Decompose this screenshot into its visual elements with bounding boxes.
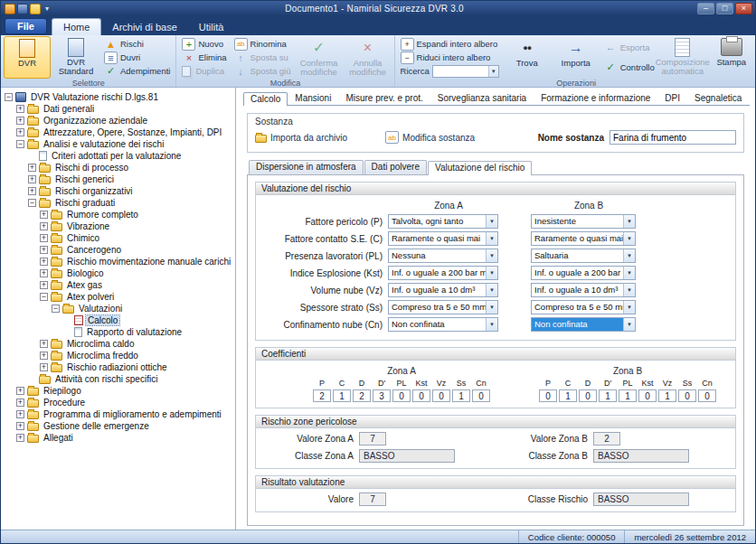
tree-item-28[interactable]: Gestione delle emergenze	[3, 420, 235, 432]
tree-item-20[interactable]: Rapporto di valutazione	[3, 326, 235, 338]
content-tab-2[interactable]: Misure prev. e prot.	[338, 91, 430, 105]
sposta-su-button[interactable]: Sposta su	[232, 51, 294, 64]
tree-item-18[interactable]: Valutazioni	[3, 303, 235, 314]
combo-zona-a-4[interactable]: Inf. o uguale a 10 dm³	[388, 283, 498, 297]
tree-toggle-icon[interactable]	[52, 305, 60, 313]
tree-toggle-icon[interactable]	[28, 187, 36, 195]
tree-toggle-icon[interactable]	[40, 258, 48, 266]
combo-zona-a-0[interactable]: Talvolta, ogni tanto	[388, 214, 498, 229]
tree-toggle-icon[interactable]	[40, 234, 48, 242]
tree-item-6[interactable]: Rischi di processo	[3, 162, 235, 174]
search-input[interactable]	[433, 66, 488, 77]
controllo-button[interactable]: Controllo	[601, 61, 657, 74]
tree-toggle-icon[interactable]	[40, 269, 48, 277]
combo-dropdown-icon[interactable]	[623, 267, 635, 279]
tree-toggle-icon[interactable]	[40, 363, 48, 371]
combo-zona-a-1[interactable]: Raramente o quasi mai	[388, 231, 498, 246]
tree-toggle-icon[interactable]	[16, 117, 24, 125]
tree-item-8[interactable]: Rischi organizzativi	[3, 185, 235, 197]
tree-toggle-icon[interactable]	[16, 422, 24, 430]
tree-toggle-icon[interactable]	[16, 399, 24, 407]
nome-sostanza-input[interactable]	[610, 130, 736, 145]
quick-access-dropdown-icon[interactable]: ▾	[43, 5, 52, 13]
tree-item-26[interactable]: Procedure	[3, 397, 235, 408]
content-tab-5[interactable]: DPI	[657, 91, 687, 105]
tree-item-29[interactable]: Allegati	[3, 432, 235, 444]
espandi-albero-button[interactable]: Espandi intero albero	[398, 37, 502, 51]
tree-item-22[interactable]: Microclima freddo	[3, 350, 235, 361]
subtab-2[interactable]: Valutazione del rischio	[428, 161, 532, 175]
tree-toggle-icon[interactable]	[40, 352, 48, 360]
duplica-button[interactable]: Duplica	[179, 64, 229, 78]
tree-toggle-icon[interactable]	[16, 128, 24, 136]
combo-dropdown-icon[interactable]	[623, 249, 635, 262]
tree-toggle-icon[interactable]	[16, 410, 24, 418]
save-icon[interactable]	[17, 4, 28, 14]
combo-dropdown-icon[interactable]	[623, 215, 635, 228]
combo-dropdown-icon[interactable]	[486, 318, 497, 331]
tree-toggle-icon[interactable]	[28, 164, 36, 172]
tree-toggle-icon[interactable]	[16, 105, 24, 113]
conferma-modifiche-button[interactable]: Conferma modifiche	[296, 36, 343, 79]
subtab-1[interactable]: Dati polvere	[364, 160, 427, 174]
modifica-sostanza-button[interactable]: Modifica sostanza	[385, 131, 475, 144]
tree-toggle-icon[interactable]	[40, 246, 48, 254]
combo-zona-a-3[interactable]: Inf. o uguale a 200 bar m/s	[388, 266, 498, 280]
sposta-giu-button[interactable]: Sposta giù	[232, 64, 294, 78]
tree-item-16[interactable]: Atex gas	[3, 279, 235, 291]
tree-item-4[interactable]: Analisi e valutazione dei rischi	[3, 138, 235, 150]
combo-zona-b-1[interactable]: Raramente o quasi mai	[531, 231, 636, 246]
tree-item-10[interactable]: Rumore completo	[3, 209, 235, 220]
tree-toggle-icon[interactable]	[16, 140, 24, 148]
content-tab-3[interactable]: Sorveglianza sanitaria	[430, 91, 534, 105]
importa-da-archivio-button[interactable]: Importa da archivio	[255, 133, 347, 143]
elimina-button[interactable]: Elimina	[179, 51, 229, 64]
annulla-modifiche-button[interactable]: Annulla modifiche	[345, 36, 392, 79]
rischi-button[interactable]: Rischi	[101, 37, 173, 51]
tree-toggle-icon[interactable]	[40, 340, 48, 348]
tree-item-23[interactable]: Rischio radiazioni ottiche	[3, 361, 235, 373]
tree-item-21[interactable]: Microclima caldo	[3, 338, 235, 350]
tree-toggle-icon[interactable]	[40, 222, 48, 230]
riduci-albero-button[interactable]: Riduci intero albero	[398, 51, 502, 64]
combo-dropdown-icon[interactable]	[623, 301, 635, 314]
content-tab-0[interactable]: Calcolo	[243, 92, 288, 106]
dvr-standard-button[interactable]: DVR Standard	[52, 36, 99, 79]
tree-toggle-icon[interactable]	[16, 434, 24, 442]
combo-zona-b-3[interactable]: Inf. o uguale a 200 bar m/s	[531, 266, 636, 280]
rinomina-button[interactable]: Rinomina	[232, 37, 294, 51]
dvr-button[interactable]: DVR	[4, 36, 51, 79]
tree-item-2[interactable]: Organizzazione aziendale	[3, 115, 235, 127]
tree-item-19[interactable]: Calcolo	[3, 314, 235, 326]
open-icon[interactable]	[30, 4, 41, 14]
tree-item-17[interactable]: Atex polveri	[3, 291, 235, 303]
combo-dropdown-icon[interactable]	[623, 232, 635, 245]
ribbon-tab-1[interactable]: Archivi di base	[101, 19, 188, 35]
combo-zona-a-6[interactable]: Non confinata	[388, 317, 498, 332]
nuovo-button[interactable]: Nuovo	[179, 37, 229, 51]
importa-button[interactable]: Importa	[553, 36, 600, 79]
tree-toggle-icon[interactable]	[28, 199, 36, 207]
tree-item-14[interactable]: Rischio movimentazione manuale carichi	[3, 256, 235, 267]
tree-toggle-icon[interactable]	[40, 281, 48, 289]
tree-item-0[interactable]: DVR Valutazione rischi D.lgs.81	[3, 91, 235, 103]
combo-zona-b-6[interactable]: Non confinata	[531, 317, 636, 332]
tree-item-1[interactable]: Dati generali	[3, 103, 235, 115]
combo-dropdown-icon[interactable]	[486, 267, 497, 279]
combo-dropdown-icon[interactable]	[623, 284, 635, 296]
tree-item-11[interactable]: Vibrazione	[3, 220, 235, 232]
subtab-0[interactable]: Dispersione in atmosfera	[249, 160, 364, 174]
tree-toggle-icon[interactable]	[16, 387, 24, 395]
combo-dropdown-icon[interactable]	[486, 215, 497, 228]
tree-item-13[interactable]: Cancerogeno	[3, 244, 235, 256]
minimize-button[interactable]: –	[697, 3, 714, 14]
content-tab-6[interactable]: Segnaletica	[687, 91, 749, 105]
composizione-automatica-button[interactable]: Composizione automatica	[659, 36, 706, 79]
combo-zona-b-5[interactable]: Compreso tra 5 e 50 mm	[531, 300, 636, 314]
ribbon-tab-2[interactable]: Utilità	[188, 19, 235, 35]
tree-item-15[interactable]: Biologico	[3, 267, 235, 279]
combo-zona-b-0[interactable]: Inesistente	[531, 214, 636, 229]
combo-dropdown-icon[interactable]	[486, 284, 497, 296]
combo-dropdown-icon[interactable]	[486, 301, 497, 314]
combo-dropdown-icon[interactable]	[486, 232, 497, 245]
